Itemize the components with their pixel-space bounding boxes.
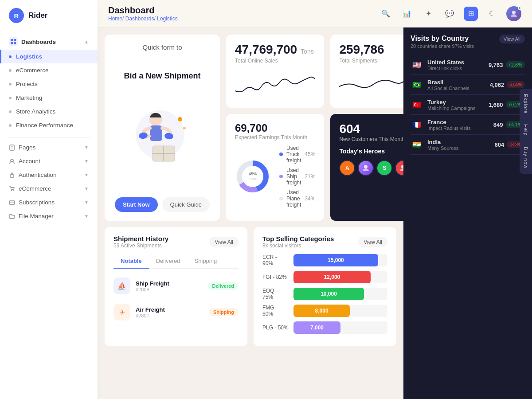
earnings-header: 69,700 Expected Earnings This Month [235,122,315,141]
shipment-history-title: Shipment History [113,235,168,243]
sidebar-item-account[interactable]: Account ▼ [0,154,98,168]
shipment-history-title-area: Shipment History 59 Active Shipments [113,235,168,249]
customers-value: 604 [339,122,403,136]
total-shipments-area: 259,786 Total Shipments [339,43,403,64]
settings-icon[interactable]: ✦ [421,7,435,21]
dot-icon [9,110,12,113]
message-icon[interactable]: 💬 [442,7,457,21]
hero-avatar-3: S [376,160,392,176]
categories-title-area: Top Selling Categories 8k social visitor… [262,235,334,249]
account-label: Account [19,158,40,164]
sidebar-item-projects[interactable]: Projects [0,77,98,91]
visits-title: Visits by Country [411,35,474,43]
country-name-india: India [427,139,458,145]
avatar-container[interactable] [506,6,521,21]
sidebar-item-label: Store Analytics [16,108,55,115]
logo-area[interactable]: R Rider [0,0,98,31]
country-info-india: India Many Sources [427,139,458,151]
subscriptions-chevron: ▼ [84,200,89,205]
ship-icon: ⛵ [113,278,130,294]
visits-view-all-button[interactable]: View All [499,35,525,43]
search-icon[interactable]: 🔍 [379,7,393,21]
categories-view-all-button[interactable]: View All [358,237,387,247]
bar-label-fgi: FGI - 82% [262,274,289,280]
bar-row-fmg: FMG - 60% 8,000 [262,305,387,317]
sidebar-item-marketing[interactable]: Marketing [0,91,98,105]
country-name-turkey: Turkey [427,99,475,106]
ship-info-1: Ship Freight #2808 [136,280,169,292]
right-panel: Visits by Country 20 countries share 97%… [403,27,532,399]
shipment-history-subtitle: 59 Active Shipments [113,243,168,249]
tab-notable[interactable]: Notable [113,254,149,269]
dashboards-section: Dashboards ▲ Logistics eCommerce Project… [0,31,98,135]
svg-rect-4 [10,145,14,150]
sidebar-item-ecommerce2[interactable]: eCommerce ▼ [0,182,98,196]
ship-id-2: #2807 [136,313,165,318]
shipments-chart [339,73,403,100]
bar-track-plg: 7,000 [293,321,387,334]
explore-button[interactable]: Explore [520,89,532,119]
visits-title-area: Visits by Country 20 countries share 97%… [411,35,474,49]
start-now-button[interactable]: Start Now [115,197,158,212]
total-sales-area: 47,769,700 Tons Total Online Sales [235,43,315,64]
total-shipments-value: 259,786 [339,43,403,57]
svg-rect-2 [11,42,13,44]
svg-rect-0 [11,39,13,41]
bar-track-ecr: 15,000 [293,254,387,266]
sidebar-item-file-manager[interactable]: File Manager ▼ [0,209,98,223]
svg-point-10 [13,190,14,191]
flag-brasil: 🇧🇷 [411,78,423,91]
shipment-row-1: ⛵ Ship Freight #2808 Delivered [113,273,239,299]
header-title-area: Dashboard Home/ Dashboards/ Logistics [108,5,178,22]
sidebar-item-subscriptions[interactable]: Subscriptions ▼ [0,196,98,209]
sidebar-item-finance-performance[interactable]: Finance Performance [0,118,98,132]
shipment-history-header: Shipment History 59 Active Shipments Vie… [113,235,239,249]
file-manager-chevron: ▼ [84,214,89,219]
divider [7,137,90,138]
dashboards-group[interactable]: Dashboards ▲ [0,34,98,50]
chart-icon[interactable]: 📊 [400,7,414,21]
tab-shipping[interactable]: Shipping [188,254,224,269]
country-val-brasil: 4,062 [490,82,505,88]
svg-point-9 [11,190,12,191]
sidebar-item-pages[interactable]: Pages ▼ [0,141,98,154]
donut-area: 45% Truck Used Truck freight 45% [235,145,315,208]
sidebar-item-ecommerce[interactable]: eCommerce [0,63,98,77]
legend-truck: Used Truck freight 45% [279,145,315,164]
promo-card: Quick form to Bid a New Shipment [105,35,220,221]
country-info-france: France Impact Radius visits [427,119,471,131]
ship-status-1: Delivered [207,282,239,290]
bottom-row: Shipment History 59 Active Shipments Vie… [105,227,396,346]
country-row-france: 🇫🇷 France Impact Radius visits 849 +4.1% [411,115,525,135]
categories-bars: ECR - 90% 15,000 FGI - 82% 12,000 [262,254,387,334]
country-source-india: Many Sources [427,145,458,151]
earnings-value: 69,700 [235,122,315,134]
grid-icon[interactable]: ⊞ [464,7,478,21]
bar-label-fmg: FMG - 60% [262,305,289,317]
sidebar-item-store-analytics[interactable]: Store Analytics [0,105,98,118]
breadcrumb: Home/ Dashboards/ Logistics [108,16,178,22]
buy-now-button[interactable]: Buy now [520,141,532,174]
sidebar-item-authentication[interactable]: Authentication ▼ [0,168,98,182]
tab-delivered[interactable]: Delivered [149,254,188,269]
shipment-tabs: Notable Delivered Shipping [113,254,239,269]
heroes-card: 604 New Customers This Month Today's Her… [330,114,403,221]
authentication-chevron: ▼ [84,172,89,177]
right-panel-content: Visits by Country 20 countries share 97%… [403,27,532,162]
plane-icon: ✈ [113,304,130,321]
sidebar-item-label: eCommerce [16,67,49,74]
sidebar-item-logistics[interactable]: Logistics [0,50,98,63]
country-row-turkey: 🇹🇷 Turkey Mailchimp Campaigns 1,680 +0.2… [411,95,525,115]
quick-guide-button[interactable]: Quick Guide [162,197,210,212]
promo-buttons: Start Now Quick Guide [115,197,210,212]
flag-us: 🇺🇸 [411,59,423,71]
total-sales-card: 47,769,700 Tons Total Online Sales [226,35,324,108]
ship-status-2: Shipping [209,308,239,316]
shipment-view-all-button[interactable]: View All [209,237,239,247]
legend-ship: Used Ship freight 21% [279,167,315,186]
total-sales-label: Total Online Sales [235,58,315,64]
theme-icon[interactable]: ☾ [485,7,499,21]
categories-title: Top Selling Categories [262,235,334,243]
flag-france: 🇫🇷 [411,118,423,131]
help-button[interactable]: Help [520,119,532,141]
